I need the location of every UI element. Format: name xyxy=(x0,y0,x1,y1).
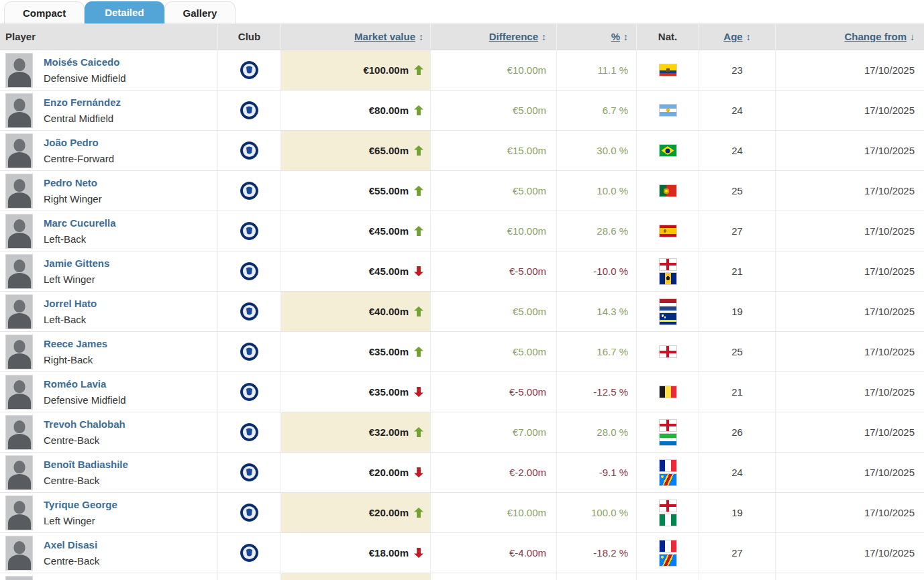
view-tab-bar: Compact Detailed Gallery xyxy=(0,0,924,23)
difference-cell: €15.00m xyxy=(430,131,556,170)
player-name-link[interactable]: Benoît Badiashile xyxy=(44,457,128,472)
player-photo[interactable] xyxy=(5,214,33,249)
difference-value: €10.00m xyxy=(507,64,546,76)
player-name-link[interactable]: Trevoh Chalobah xyxy=(44,416,125,432)
age-value: 23 xyxy=(731,64,743,76)
club-badge-icon[interactable] xyxy=(240,101,258,119)
age-value: 19 xyxy=(731,306,743,317)
club-badge-icon[interactable] xyxy=(240,343,258,361)
trend-arrow-icon xyxy=(414,347,423,357)
player-photo[interactable] xyxy=(5,576,33,580)
market-value-cell: €35.00m xyxy=(280,332,430,371)
player-photo[interactable] xyxy=(5,415,33,450)
sort-difference[interactable]: Difference xyxy=(489,31,538,42)
player-photo[interactable] xyxy=(5,375,33,410)
change-from-date: 17/10/2025 xyxy=(864,145,915,156)
percent-value: 16.7 % xyxy=(597,346,628,357)
player-photo[interactable] xyxy=(5,455,33,490)
percent-value: 14.3 % xyxy=(597,306,628,317)
age-value: 24 xyxy=(731,467,743,478)
age-cell: 25 xyxy=(699,332,775,371)
player-photo[interactable] xyxy=(5,254,33,289)
player-name-link[interactable]: João Pedro xyxy=(44,135,114,150)
player-photo[interactable] xyxy=(5,294,33,329)
percent-value: -9.1 % xyxy=(599,467,628,478)
player-name-link[interactable]: Moisés Caicedo xyxy=(44,54,126,70)
player-name-link[interactable]: Roméo Lavia xyxy=(44,376,126,392)
sort-market-value[interactable]: Market value xyxy=(354,31,415,42)
club-badge-icon[interactable] xyxy=(240,383,258,401)
tab-compact[interactable]: Compact xyxy=(4,1,85,23)
difference-value: €-5.00m xyxy=(509,266,546,277)
trend-arrow-icon xyxy=(414,65,423,75)
player-position: Centre-Back xyxy=(44,553,99,569)
change-from-date: 17/10/2025 xyxy=(864,386,915,398)
sort-updown-icon[interactable]: ↕ xyxy=(746,32,751,42)
player-photo[interactable] xyxy=(5,496,33,530)
player-name-link[interactable]: Jorrel Hato xyxy=(44,296,97,311)
club-badge-icon[interactable] xyxy=(240,61,258,79)
club-badge-icon[interactable] xyxy=(240,302,258,321)
club-badge-icon[interactable] xyxy=(240,423,258,441)
header-nationality: Nat. xyxy=(636,23,699,50)
flag-dr-congo-icon xyxy=(660,474,676,485)
tab-gallery[interactable]: Gallery xyxy=(164,1,236,23)
age-cell: 25 xyxy=(699,171,775,211)
age-cell xyxy=(699,573,775,580)
sort-updown-icon[interactable]: ↕ xyxy=(623,32,628,42)
flag-dr-congo-icon xyxy=(660,555,676,566)
flag-netherlands-icon xyxy=(660,299,676,310)
club-badge-icon[interactable] xyxy=(240,463,258,481)
change-from-date: 17/10/2025 xyxy=(864,306,915,317)
change-from-date: 17/10/2025 xyxy=(864,346,915,357)
player-cell: Roméo Lavia Defensive Midfield xyxy=(0,372,217,412)
player-photo[interactable] xyxy=(5,133,33,168)
club-badge-icon[interactable] xyxy=(240,504,258,522)
difference-value: €5.00m xyxy=(513,306,546,317)
sort-percent[interactable]: % xyxy=(611,31,620,42)
player-photo[interactable] xyxy=(5,53,33,88)
club-badge-icon[interactable] xyxy=(240,222,258,240)
sort-age[interactable]: Age xyxy=(723,31,742,42)
sort-change-from[interactable]: Change from xyxy=(844,31,907,42)
age-cell: 27 xyxy=(699,211,775,251)
header-change-from: Change from ↓ xyxy=(775,23,924,50)
change-from-cell: 17/10/2025 xyxy=(775,453,924,492)
player-name-link[interactable]: Pedro Neto xyxy=(44,175,102,190)
percent-cell: 30.0 % xyxy=(556,131,636,170)
market-value: €20.00m xyxy=(369,507,409,518)
player-name-link[interactable]: Marc Cucurella xyxy=(44,215,116,231)
change-from-cell: 17/10/2025 xyxy=(775,533,924,573)
player-position: Centre-Back xyxy=(44,473,128,488)
sort-updown-icon[interactable]: ↕ xyxy=(542,32,546,42)
club-badge-icon[interactable] xyxy=(240,544,258,562)
player-position: Left Winger xyxy=(44,513,117,528)
percent-value: 11.1 % xyxy=(597,64,628,76)
percent-value: 30.0 % xyxy=(597,145,628,156)
market-value: €18.00m xyxy=(369,547,409,559)
difference-cell: €-2.00m xyxy=(430,453,556,492)
player-name-link[interactable]: Reece James xyxy=(44,336,107,351)
sort-updown-icon[interactable]: ↕ xyxy=(419,32,423,42)
club-badge-icon[interactable] xyxy=(240,262,258,280)
player-cell: Jamie Gittens Left Winger xyxy=(0,251,217,291)
player-name-link[interactable]: Axel Disasi xyxy=(44,537,99,553)
market-value-table-page: Compact Detailed Gallery Player Club Mar… xyxy=(0,0,924,580)
player-photo[interactable] xyxy=(5,174,33,209)
player-cell: Moisés Caicedo Defensive Midfield xyxy=(0,50,217,90)
player-photo[interactable] xyxy=(5,335,33,369)
difference-value: €-4.00m xyxy=(509,547,546,559)
tab-detailed[interactable]: Detailed xyxy=(85,1,164,23)
player-name-link[interactable]: Jamie Gittens xyxy=(44,255,109,271)
player-photo[interactable] xyxy=(5,93,33,128)
club-badge-icon[interactable] xyxy=(240,182,258,200)
market-value: €20.00m xyxy=(369,467,409,478)
difference-cell: €-5.00m xyxy=(430,372,556,412)
player-name-link[interactable]: Tyrique George xyxy=(44,497,117,512)
sort-down-icon[interactable]: ↓ xyxy=(910,32,915,42)
club-badge-icon[interactable] xyxy=(240,141,258,160)
player-name-link[interactable]: Enzo Fernández xyxy=(44,95,121,110)
player-photo[interactable] xyxy=(5,536,33,571)
difference-value: €7.00m xyxy=(513,426,546,438)
flag-nigeria-icon xyxy=(660,514,676,526)
